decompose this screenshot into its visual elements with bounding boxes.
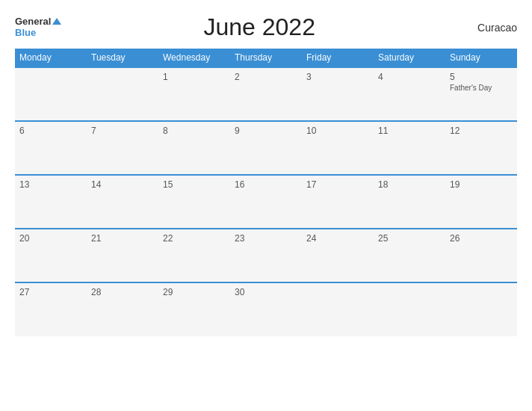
logo-general-text: General <box>15 16 51 26</box>
day-number: 19 <box>450 179 460 190</box>
table-row: 23 <box>230 229 302 282</box>
table-row: 26 <box>445 229 517 282</box>
day-number: 18 <box>378 179 388 190</box>
day-number: 30 <box>235 287 244 297</box>
table-row: 15 <box>158 175 230 229</box>
table-row: 9 <box>230 121 302 175</box>
table-row: 17 <box>302 175 374 229</box>
day-number: 16 <box>235 179 244 190</box>
table-row: 18 <box>374 175 445 229</box>
day-number: 9 <box>235 126 240 136</box>
calendar-body: 12345Father's Day67891011121314151617181… <box>15 67 517 336</box>
table-row <box>87 67 158 121</box>
table-row: 3 <box>302 67 374 121</box>
day-number: 22 <box>163 233 173 244</box>
day-number: 4 <box>378 72 383 82</box>
table-row: 19 <box>445 175 517 229</box>
table-row: 27 <box>15 282 87 336</box>
col-monday: Monday <box>15 49 87 67</box>
table-row: 2 <box>230 67 302 121</box>
region-label: Curacao <box>457 22 517 34</box>
table-row <box>374 282 445 336</box>
table-row: 10 <box>302 121 374 175</box>
table-row: 20 <box>15 229 87 282</box>
col-tuesday: Tuesday <box>87 49 158 67</box>
day-event: Father's Day <box>450 84 513 92</box>
table-row: 22 <box>158 229 230 282</box>
table-row <box>15 67 87 121</box>
table-row: 21 <box>87 229 158 282</box>
table-row: 7 <box>87 121 158 175</box>
day-number: 28 <box>91 287 101 297</box>
day-number: 10 <box>306 126 316 136</box>
table-row: 5Father's Day <box>445 67 517 121</box>
table-row: 28 <box>87 282 158 336</box>
calendar-week-1: 12345Father's Day <box>15 67 517 121</box>
table-row: 13 <box>15 175 87 229</box>
table-row: 1 <box>158 67 230 121</box>
calendar-week-4: 20212223242526 <box>15 229 517 282</box>
day-number: 20 <box>19 233 29 244</box>
day-number: 5 <box>450 72 455 82</box>
day-number: 29 <box>163 287 173 297</box>
table-row: 24 <box>302 229 374 282</box>
day-number: 14 <box>91 179 101 190</box>
logo-blue-text: Blue <box>15 27 36 38</box>
table-row: 12 <box>445 121 517 175</box>
day-number: 7 <box>91 126 96 136</box>
calendar-week-5: 27282930 <box>15 282 517 336</box>
day-number: 6 <box>19 126 25 136</box>
day-number: 27 <box>19 287 29 297</box>
day-number: 23 <box>235 233 244 244</box>
table-row <box>302 282 374 336</box>
day-number: 13 <box>19 179 29 190</box>
month-title: June 2022 <box>61 13 457 41</box>
day-number: 26 <box>450 233 460 244</box>
calendar-week-2: 6789101112 <box>15 121 517 175</box>
table-row: 6 <box>15 121 87 175</box>
col-sunday: Sunday <box>445 49 517 67</box>
table-row: 8 <box>158 121 230 175</box>
calendar-header: General Blue June 2022 Curacao <box>15 13 517 41</box>
calendar-wrapper: General Blue June 2022 Curacao Monday Tu… <box>0 0 532 411</box>
calendar-table: Monday Tuesday Wednesday Thursday Friday… <box>15 49 517 336</box>
table-row: 30 <box>230 282 302 336</box>
logo-triangle-icon <box>52 18 61 25</box>
calendar-header-row: Monday Tuesday Wednesday Thursday Friday… <box>15 49 517 67</box>
table-row: 29 <box>158 282 230 336</box>
day-number: 15 <box>163 179 173 190</box>
table-row <box>445 282 517 336</box>
day-number: 3 <box>306 72 312 82</box>
logo: General Blue <box>15 16 61 38</box>
day-number: 21 <box>91 233 101 244</box>
col-saturday: Saturday <box>374 49 445 67</box>
day-number: 25 <box>378 233 388 244</box>
day-number: 24 <box>306 233 316 244</box>
calendar-week-3: 13141516171819 <box>15 175 517 229</box>
table-row: 25 <box>374 229 445 282</box>
day-number: 2 <box>235 72 240 82</box>
day-number: 12 <box>450 126 460 136</box>
col-thursday: Thursday <box>230 49 302 67</box>
day-number: 8 <box>163 126 168 136</box>
table-row: 11 <box>374 121 445 175</box>
col-friday: Friday <box>302 49 374 67</box>
day-number: 11 <box>378 126 388 136</box>
day-number: 1 <box>163 72 168 82</box>
table-row: 16 <box>230 175 302 229</box>
col-wednesday: Wednesday <box>158 49 230 67</box>
table-row: 14 <box>87 175 158 229</box>
day-number: 17 <box>306 179 316 190</box>
table-row: 4 <box>374 67 445 121</box>
